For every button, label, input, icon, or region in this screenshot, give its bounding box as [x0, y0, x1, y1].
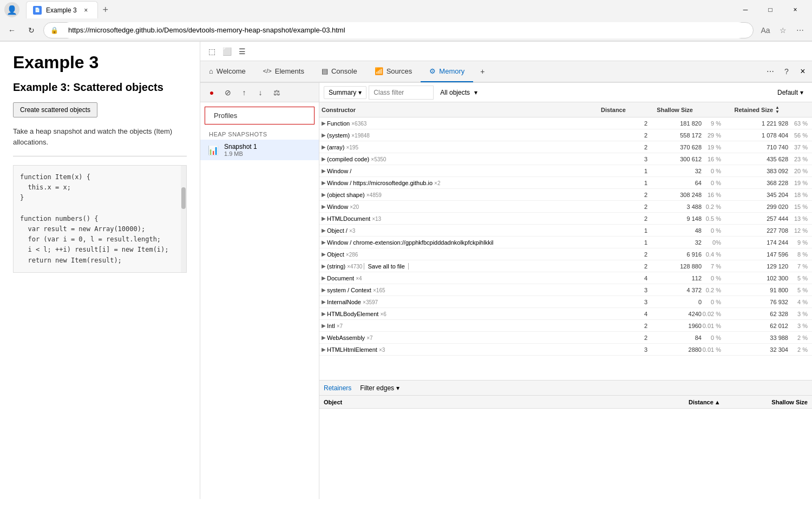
main-content: Example 3 Example 3: Scattered objects C…: [0, 42, 812, 499]
upload-button[interactable]: ↑: [237, 86, 251, 100]
tab-welcome[interactable]: ⌂ Welcome: [200, 61, 254, 82]
refresh-button[interactable]: ↻: [24, 23, 39, 38]
devtools-more-button[interactable]: ⋯: [763, 64, 777, 78]
retained-pct-cell: 5 %: [788, 275, 810, 281]
profiles-tab[interactable]: Profiles: [205, 107, 315, 124]
table-row[interactable]: ▶ HTMLBodyElement ×6 4 4240 0.02 % 62 32…: [319, 308, 812, 320]
table-row[interactable]: ▶ Window / https://microsoftedge.github.…: [319, 177, 812, 189]
shallow-cell: 48: [647, 227, 702, 234]
constructor-cell: ▶ Intl ×7: [322, 323, 610, 329]
row-name: Function ×6363: [327, 120, 366, 127]
tab-close-button[interactable]: ×: [81, 5, 91, 15]
table-row[interactable]: ▶ (system) ×19848 2 558 172 29 % 1 078 4…: [319, 129, 812, 141]
devtools-help-button[interactable]: ?: [780, 64, 794, 78]
row-toggle-icon: ▶: [322, 287, 326, 293]
table-row[interactable]: ▶ Window / chrome-extension://gpphkfbcpi…: [319, 237, 812, 248]
table-row[interactable]: ▶ Intl ×7 2 1960 0.01 % 62 012 3 %: [319, 320, 812, 332]
summary-dropdown[interactable]: Summary ▾: [324, 86, 366, 99]
shallow-pct-cell: 0.5 %: [702, 215, 723, 222]
snapshot-item[interactable]: 📊 Snapshot 1 1.9 MB: [200, 140, 319, 160]
tab-console[interactable]: ▤ Console: [313, 61, 366, 82]
constructor-cell: ▶ (system) ×19848: [322, 132, 610, 139]
profile-icon[interactable]: 👤: [4, 2, 19, 17]
filter-edges-dropdown[interactable]: Filter edges ▾: [360, 384, 400, 392]
table-row[interactable]: ▶ Object ×286 2 6 916 0.4 % 147 596 8 %: [319, 248, 812, 260]
minimize-button[interactable]: ─: [733, 0, 758, 19]
table-row[interactable]: ▶ HTMLDocument ×13 2 9 148 0.5 % 257 444…: [319, 213, 812, 225]
device-toolbar-button[interactable]: ⬜: [220, 44, 234, 58]
table-row[interactable]: ▶ Document ×4 4 112 0 % 102 300 5 %: [319, 272, 812, 284]
table-row[interactable]: ▶ system / Context ×165 3 4 372 0.2 % 91…: [319, 284, 812, 296]
default-label: Default: [777, 89, 798, 96]
download-button[interactable]: ↓: [253, 86, 267, 100]
table-row[interactable]: ▶ (array) ×195 2 370 628 19 % 710 740 37…: [319, 141, 812, 153]
tab-sources[interactable]: 📶 Sources: [366, 61, 421, 82]
create-scattered-objects-button[interactable]: Create scattered objects: [13, 102, 97, 117]
retained-pct-cell: 56 %: [788, 132, 810, 139]
table-row[interactable]: ▶ (string) ×4730 Save all to file 2 128 …: [319, 260, 812, 272]
retained-cell: 102 300: [723, 275, 788, 281]
address-input[interactable]: [62, 22, 746, 38]
stop-button[interactable]: ⊘: [221, 86, 235, 100]
table-row[interactable]: ▶ WebAssembly ×7 2 84 0 % 33 988 2 %: [319, 332, 812, 344]
retained-cell: 1 221 928: [723, 120, 788, 127]
table-row[interactable]: ▶ InternalNode ×3597 3 0 0 % 76 932 4 %: [319, 296, 812, 308]
compare-button[interactable]: ⚖: [270, 86, 284, 100]
table-row[interactable]: ▶ (object shape) ×4859 2 308 248 16 % 34…: [319, 189, 812, 201]
toggle-drawer-button[interactable]: ☰: [235, 44, 249, 58]
row-name: (string) ×4730 Save all to file: [327, 263, 409, 270]
record-button[interactable]: ●: [205, 86, 219, 100]
browser-tab-example3[interactable]: 📄 Example 3 ×: [26, 1, 98, 18]
profiles-sidebar: ● ⊘ ↑ ↓ ⚖ Profiles HEAP SNAPSHOTS 📊 Snap…: [200, 83, 319, 499]
constructor-cell: ▶ InternalNode ×3597: [322, 299, 610, 305]
code-scrollbar[interactable]: [181, 166, 186, 272]
table-row[interactable]: ▶ Object / ×3 1 48 0 % 227 708 12 %: [319, 225, 812, 237]
all-objects-dropdown[interactable]: All objects ▾: [436, 87, 771, 99]
table-row[interactable]: ▶ Window ×20 2 3 488 0.2 % 299 020 15 %: [319, 201, 812, 213]
retained-pct-cell: 18 %: [788, 192, 810, 198]
retained-cell: 383 092: [723, 168, 788, 174]
memory-panel: Summary ▾ All objects ▾ Default ▾: [319, 83, 812, 499]
close-button[interactable]: ×: [783, 0, 808, 19]
row-toggle-icon: ▶: [322, 144, 326, 150]
new-tab-button[interactable]: +: [98, 2, 113, 17]
address-bar: ← ↻ 🔒 Aa ☆ ⋯: [0, 19, 812, 41]
retainers-tab[interactable]: Retainers: [324, 384, 351, 392]
class-filter-input[interactable]: [369, 86, 434, 100]
shallow-cell: 370 628: [647, 144, 702, 150]
row-name: HTMLHtmlElement ×3: [327, 346, 385, 353]
sources-icon: 📶: [375, 67, 383, 75]
retainers-distance-header: Distance ▲: [689, 399, 743, 405]
read-aloud-button[interactable]: Aa: [758, 23, 773, 38]
add-tab-button[interactable]: +: [475, 64, 489, 78]
row-toggle-icon: ▶: [322, 299, 326, 305]
row-toggle-icon: ▶: [322, 323, 326, 329]
retained-cell: 1 078 404: [723, 132, 788, 139]
default-dropdown[interactable]: Default ▾: [773, 87, 808, 99]
shallow-pct-cell: 0.01 %: [702, 323, 723, 329]
retained-pct-cell: 15 %: [788, 204, 810, 210]
table-row[interactable]: ▶ Window / 1 32 0 % 383 092 20 %: [319, 165, 812, 177]
more-button[interactable]: ⋯: [793, 23, 808, 38]
heap-snapshots-label: HEAP SNAPSHOTS: [200, 129, 319, 140]
table-row[interactable]: ▶ HTMLHtmlElement ×3 3 2880 0.01 % 32 30…: [319, 344, 812, 356]
table-row[interactable]: ▶ Function ×6363 2 181 820 9 % 1 221 928…: [319, 117, 812, 129]
distance-cell: 2: [610, 251, 647, 258]
favorites-button[interactable]: ☆: [775, 23, 790, 38]
title-bar-buttons: ─ □ ×: [733, 0, 808, 19]
maximize-button[interactable]: □: [758, 0, 783, 19]
retained-pct-cell: 2 %: [788, 346, 810, 353]
shallow-header: Shallow Size: [639, 107, 693, 113]
tab-memory[interactable]: ⚙ Memory: [421, 61, 473, 82]
tab-elements[interactable]: </> Elements: [254, 61, 313, 82]
devtools-tabs-bar: ⌂ Welcome </> Elements ▤ Console 📶 Sourc…: [200, 61, 812, 83]
devtools-close-button[interactable]: ×: [796, 64, 810, 78]
row-name: (array) ×195: [327, 144, 358, 150]
page-divider: [13, 156, 187, 156]
select-element-button[interactable]: ⬚: [205, 44, 219, 58]
retained-cell: 129 120: [723, 263, 788, 270]
row-name: Window ×20: [327, 204, 359, 210]
shallow-cell: 2880: [647, 346, 702, 353]
back-button[interactable]: ←: [4, 23, 19, 38]
table-row[interactable]: ▶ (compiled code) ×5350 3 300 612 16 % 4…: [319, 153, 812, 165]
